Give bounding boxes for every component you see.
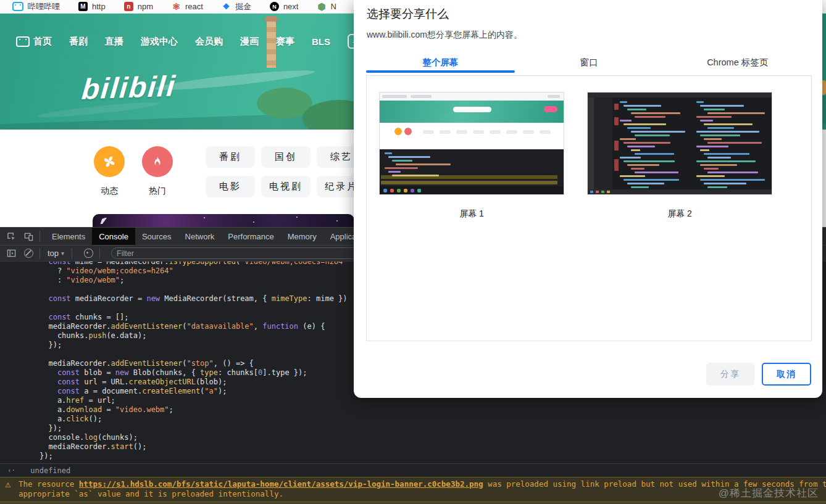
react-icon: ⚛ (172, 2, 181, 11)
cancel-button[interactable]: 取消 (762, 363, 811, 386)
console-result-value: undefined (30, 466, 70, 475)
shortcut-hot[interactable]: 热门 (138, 146, 177, 197)
bookmark-label: 掘金 (235, 1, 251, 12)
screen-picker-area: 屏幕 1 屏幕 2 (366, 75, 812, 341)
tab-performance[interactable]: Performance (221, 228, 280, 245)
screen-1-label: 屏幕 1 (379, 209, 564, 220)
tab-sources[interactable]: Sources (135, 228, 178, 245)
bookmark-label: react (185, 2, 203, 11)
warning-icon: ⚠ (5, 480, 11, 490)
console-result-row: ‹· undefined (0, 463, 826, 477)
nav-live[interactable]: 直播 (105, 36, 123, 48)
page-scrollbar[interactable] (822, 130, 826, 227)
live-expression-eye-icon[interactable] (82, 247, 94, 260)
dialog-subtitle: www.bilibili.com想分享您屏幕上的内容。 (367, 30, 522, 41)
tab-network[interactable]: Network (178, 228, 222, 245)
console-filter-input[interactable] (111, 247, 360, 259)
bookmark-label: http (92, 2, 106, 11)
context-selector[interactable]: top (48, 249, 64, 258)
mdn-icon: M (78, 2, 88, 11)
nav-esports[interactable]: 赛事 (276, 36, 294, 48)
bookmark-juejin[interactable]: ❖ 掘金 (222, 1, 251, 12)
shortcut-label: 动态 (90, 186, 129, 197)
flame-icon (151, 155, 164, 168)
bookmark-npm[interactable]: n npm (124, 2, 153, 11)
bookmark-label: npm (138, 2, 153, 11)
banner-logo-art (100, 218, 123, 224)
category-movie[interactable]: 电影 (206, 176, 255, 197)
pinwheel-icon (102, 154, 117, 169)
nav-game-center[interactable]: 游戏中心 (141, 36, 178, 48)
warning-line-1: The resource https://s1.hdslb.com/bfs/st… (19, 479, 826, 489)
bookmark-label: next (283, 2, 299, 11)
clear-console-icon[interactable] (22, 247, 35, 260)
tab-elements[interactable]: Elements (45, 228, 92, 245)
tab-memory[interactable]: Memory (281, 228, 323, 245)
category-tv-series[interactable]: 电视剧 (261, 176, 311, 197)
bookmark-label: N (330, 2, 336, 11)
inspect-element-icon[interactable] (5, 230, 17, 242)
dialog-tabs: 整个屏幕 窗口 Chrome 标签页 (366, 52, 812, 73)
devtools-tabs: Elements Console Sources Network Perform… (45, 228, 376, 245)
bilibili-icon (12, 2, 23, 11)
nav-home[interactable]: 首页 (16, 36, 52, 48)
bookmark-next[interactable]: N next (270, 2, 299, 11)
tab-window[interactable]: 窗口 (515, 52, 664, 73)
category-guochuang[interactable]: 国创 (261, 146, 311, 168)
tab-console[interactable]: Console (92, 228, 135, 245)
tab-entire-screen[interactable]: 整个屏幕 (366, 52, 515, 73)
shortcut-label: 热门 (138, 186, 177, 197)
screen: 哔哩哔哩 M http n npm ⚛ react ❖ 掘金 N next ⬢ … (0, 0, 826, 504)
warning-resource-link[interactable]: https://s1.hdslb.com/bfs/static/laputa-h… (79, 479, 483, 489)
return-arrow-icon: ‹· (7, 466, 15, 474)
screen-2-option[interactable]: 屏幕 2 (587, 92, 772, 220)
bookmark-http[interactable]: M http (78, 2, 106, 11)
juejin-icon: ❖ (222, 2, 231, 11)
node-icon: ⬢ (317, 2, 326, 11)
screen-2-thumbnail (587, 92, 772, 195)
screen-share-dialog: 选择要分享什么 www.bilibili.com想分享您屏幕上的内容。 整个屏幕… (354, 0, 822, 398)
next-warning-partial (0, 502, 826, 504)
screen-1-option[interactable]: 屏幕 1 (379, 92, 564, 220)
screen-1-thumbnail (379, 92, 564, 195)
bilibili-logo[interactable]: bilibili (80, 68, 177, 105)
console-warning: ⚠ The resource https://s1.hdslb.com/bfs/… (0, 477, 826, 502)
nav-manga[interactable]: 漫画 (240, 36, 259, 48)
esports-banner[interactable] (93, 214, 354, 227)
next-icon: N (270, 2, 279, 11)
bookmark-bilibili[interactable]: 哔哩哔哩 (12, 1, 60, 12)
bookmark-react[interactable]: ⚛ react (172, 2, 203, 11)
screen-2-label: 屏幕 2 (587, 209, 772, 220)
bilibili-nav: 首页 番剧 直播 游戏中心 会员购 漫画 赛事 BLS ⇩ (16, 34, 362, 49)
bookmark-label: 哔哩哔哩 (28, 1, 60, 12)
category-bangumi[interactable]: 番剧 (206, 146, 255, 168)
warning-line-2: appropriate `as` value and it is preload… (19, 489, 826, 499)
npm-icon: n (124, 2, 133, 11)
juejin-watermark: @稀土掘金技术社区 (719, 486, 819, 500)
tv-icon (16, 36, 30, 47)
dialog-title: 选择要分享什么 (367, 6, 449, 22)
tab-chrome-tab[interactable]: Chrome 标签页 (663, 52, 812, 73)
bookmark-node[interactable]: ⬢ N (317, 2, 336, 11)
nav-vip-shop[interactable]: 会员购 (195, 36, 223, 48)
device-toolbar-icon[interactable] (22, 230, 35, 242)
console-sidebar-icon[interactable] (5, 247, 17, 260)
nav-bangumi[interactable]: 番剧 (69, 36, 88, 48)
share-button[interactable]: 分享 (706, 363, 754, 386)
nav-bls[interactable]: BLS (312, 36, 330, 47)
shortcut-dynamic[interactable]: 动态 (90, 146, 129, 197)
